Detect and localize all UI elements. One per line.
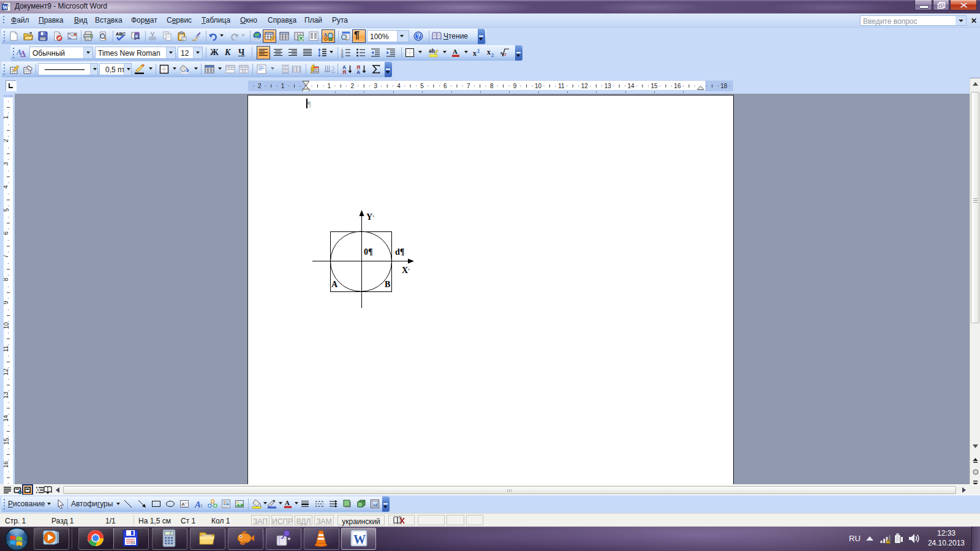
svg-text:8: 8 <box>4 277 10 281</box>
svg-text:9: 9 <box>513 83 517 89</box>
svg-text:Я: Я <box>342 69 346 75</box>
svg-text:3: 3 <box>374 83 377 89</box>
svg-text:6: 6 <box>4 231 10 235</box>
svg-text:2: 2 <box>351 83 355 89</box>
svg-text:A: A <box>285 499 290 506</box>
svg-text:5: 5 <box>420 83 424 89</box>
svg-text:16: 16 <box>4 461 10 468</box>
svg-text:12: 12 <box>581 83 589 89</box>
svg-text:10: 10 <box>535 83 542 89</box>
svg-text:13: 13 <box>605 83 612 89</box>
svg-text:18: 18 <box>720 83 728 89</box>
svg-text:4: 4 <box>397 83 401 89</box>
svg-text:10: 10 <box>4 322 10 329</box>
svg-text:0: 0 <box>170 531 172 535</box>
svg-text:A: A <box>323 32 328 38</box>
svg-text:1: 1 <box>281 83 285 89</box>
svg-text:8: 8 <box>490 83 494 89</box>
svg-text:3.: 3. <box>341 54 344 58</box>
svg-text:W: W <box>2 4 8 10</box>
svg-text:16: 16 <box>674 83 681 89</box>
svg-text:α: α <box>503 51 507 57</box>
svg-text:ABC: ABC <box>116 31 126 37</box>
svg-text:A: A <box>199 503 203 509</box>
svg-text:x: x <box>473 49 477 58</box>
svg-text:7: 7 <box>4 254 10 258</box>
svg-text:9: 9 <box>4 301 10 304</box>
svg-text:3: 3 <box>4 162 10 165</box>
svg-text:?: ? <box>417 32 420 40</box>
svg-text:14: 14 <box>4 414 10 422</box>
svg-text:1: 1 <box>328 83 331 89</box>
svg-text:7: 7 <box>467 83 470 89</box>
svg-text:15: 15 <box>4 438 10 445</box>
svg-text:A: A <box>453 48 458 55</box>
svg-text:13: 13 <box>4 391 10 399</box>
svg-text:15: 15 <box>650 83 658 89</box>
svg-text:1: 1 <box>4 116 10 119</box>
svg-text:2: 2 <box>4 138 10 142</box>
svg-text:ab: ab <box>429 48 435 54</box>
svg-text:64: 64 <box>131 541 135 545</box>
svg-text:2: 2 <box>258 83 262 89</box>
svg-text:14: 14 <box>628 83 635 89</box>
svg-text:6: 6 <box>443 83 447 89</box>
svg-text:А: А <box>356 69 360 75</box>
svg-text:А: А <box>20 49 26 58</box>
svg-text:2: 2 <box>477 48 480 54</box>
svg-text:12: 12 <box>4 369 10 376</box>
svg-text:11: 11 <box>4 345 10 352</box>
svg-text:11: 11 <box>558 83 565 89</box>
svg-text:5: 5 <box>4 208 10 212</box>
svg-text:2: 2 <box>491 53 494 58</box>
svg-text:4: 4 <box>4 185 10 189</box>
svg-text:x: x <box>487 48 491 56</box>
svg-text:W: W <box>353 533 366 546</box>
